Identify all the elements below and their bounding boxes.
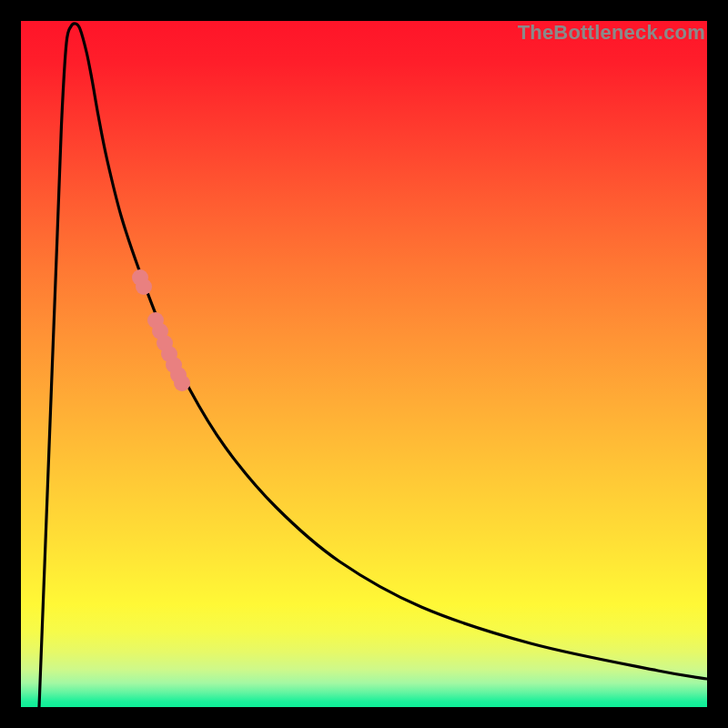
bottleneck-curve (39, 24, 707, 707)
chart-svg (21, 21, 707, 707)
chart-frame: TheBottleneck.com (0, 0, 728, 728)
curve-marker (174, 375, 190, 391)
curve-markers (132, 269, 190, 391)
curve-marker (136, 278, 152, 295)
plot-area: TheBottleneck.com (21, 21, 707, 707)
watermark-text: TheBottleneck.com (518, 21, 705, 45)
